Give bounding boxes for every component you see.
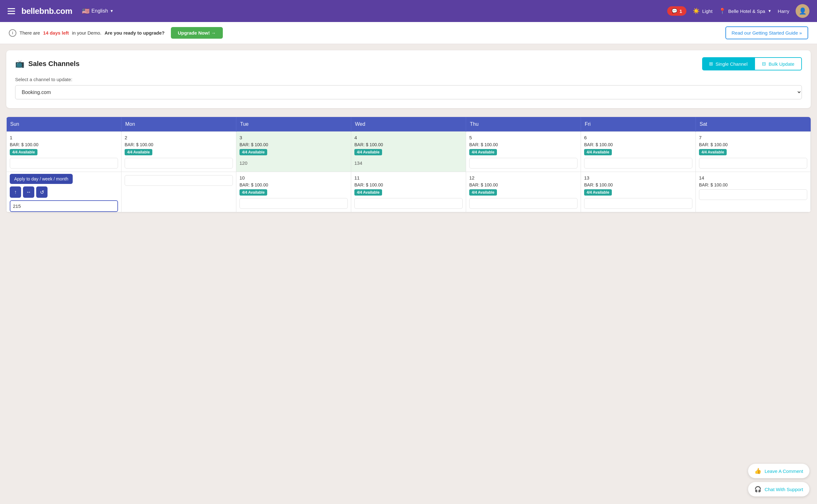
cal-cell-10: 10 BAR: $ 100.00 4/4 Available — [236, 172, 351, 212]
language-label: English — [92, 8, 108, 14]
support-label: Chat With Support — [764, 487, 803, 492]
cell-date: 13 — [584, 175, 692, 180]
cal-header-fri: Fri — [581, 117, 696, 132]
bar-price: BAR: $ 100.00 — [240, 182, 348, 187]
bar-price: BAR: $ 100.00 — [10, 142, 118, 147]
cell-date: 2 — [125, 135, 233, 140]
cal-header-sat: Sat — [696, 117, 811, 132]
cell-date: 3 — [240, 135, 348, 140]
cal-cell-1: 1 BAR: $ 100.00 4/4 Available — [7, 132, 121, 172]
channel-select-label: Select a channel to update: — [15, 77, 802, 82]
availability-badge: 4/4 Available — [240, 149, 267, 155]
tv-icon: 📺 — [15, 59, 25, 68]
avatar[interactable]: 👤 — [796, 4, 809, 18]
cal-cell-2: 2 BAR: $ 100.00 4/4 Available — [121, 132, 236, 172]
rate-input[interactable] — [125, 158, 233, 169]
language-selector[interactable]: 🇺🇸 English ▼ — [82, 7, 114, 15]
cal-header-thu: Thu — [466, 117, 581, 132]
bar-price: BAR: $ 100.00 — [354, 182, 463, 187]
cell-date: 14 — [699, 175, 807, 180]
rate-input[interactable] — [584, 198, 692, 209]
availability-badge: 4/4 Available — [125, 149, 152, 155]
logo: bellebnb.com — [21, 6, 72, 16]
rate-input[interactable] — [584, 158, 692, 169]
calendar: Sun Mon Tue Wed Thu Fri Sat 1 BAR: $ 100… — [6, 117, 811, 212]
banner-text1: There are — [19, 30, 40, 36]
chevron-down-icon: ▼ — [768, 9, 771, 13]
banner-cta-text: Are you ready to upgrade? — [104, 30, 164, 36]
cal-cell-11: 11 BAR: $ 100.00 4/4 Available — [351, 172, 466, 212]
rate-input[interactable] — [240, 198, 348, 209]
availability-badge: 4/4 Available — [354, 149, 382, 155]
bar-price: BAR: $ 100.00 — [354, 142, 463, 147]
rate-input[interactable] — [10, 158, 118, 169]
availability-badge: 4/4 Available — [584, 149, 612, 155]
bar-price: BAR: $ 100.00 — [699, 182, 807, 187]
cal-header-sun: Sun — [7, 117, 121, 132]
cell-value: 134 — [354, 158, 463, 168]
tab-single-channel[interactable]: ⊞ Single Channel — [702, 57, 755, 70]
upgrade-button[interactable]: Upgrade Now! → — [171, 27, 223, 39]
cal-cell-5: 5 BAR: $ 100.00 4/4 Available — [466, 132, 581, 172]
chat-support-button[interactable]: 🎧 Chat With Support — [748, 482, 809, 496]
cal-cell-12: 12 BAR: $ 100.00 4/4 Available — [466, 172, 581, 212]
hotel-selector[interactable]: 📍 Belle Hotel & Spa ▼ — [719, 8, 771, 14]
hotel-name: Belle Hotel & Spa — [728, 8, 765, 14]
cal-cell-tooltip: Apply to day / week / month ↑ ↔ ↺ — [7, 172, 121, 212]
calendar-header-row: Sun Mon Tue Wed Thu Fri Sat — [7, 117, 811, 132]
active-rate-input[interactable] — [10, 200, 118, 212]
sales-channels-header: 📺 Sales Channels ⊞ Single Channel ⊟ Bulk… — [15, 57, 802, 70]
upgrade-banner: i There are 14 days left in your Demo. A… — [0, 22, 817, 44]
tab-bulk-label: Bulk Update — [769, 61, 794, 67]
menu-toggle[interactable] — [8, 8, 15, 14]
comment-label: Leave A Comment — [764, 468, 803, 474]
rate-input[interactable] — [125, 175, 233, 186]
comment-icon: 👍 — [754, 468, 761, 474]
theme-toggle[interactable]: ☀️ Light — [693, 8, 713, 14]
rate-input[interactable] — [469, 198, 577, 209]
cal-header-wed: Wed — [351, 117, 466, 132]
cell-value: 120 — [240, 158, 348, 168]
tab-bulk-update[interactable]: ⊟ Bulk Update — [754, 57, 802, 70]
cal-cell-3: 3 BAR: $ 100.00 4/4 Available 120 — [236, 132, 351, 172]
leave-comment-button[interactable]: 👍 Leave A Comment — [748, 464, 809, 478]
sales-channels-title: 📺 Sales Channels — [15, 59, 80, 68]
calendar-row-1: 1 BAR: $ 100.00 4/4 Available 2 BAR: $ 1… — [7, 132, 811, 172]
bar-price: BAR: $ 100.00 — [584, 182, 692, 187]
cal-cell-9 — [121, 172, 236, 212]
banner-text2: in your Demo. — [72, 30, 101, 36]
apply-across-button[interactable]: ↔ — [23, 186, 34, 198]
calendar-row-2: Apply to day / week / month ↑ ↔ ↺ 10 BAR… — [7, 172, 811, 212]
tab-single-label: Single Channel — [716, 61, 748, 67]
apply-down-button[interactable]: ↑ — [10, 186, 21, 198]
tooltip-actions: ↑ ↔ ↺ — [10, 186, 118, 198]
tab-group: ⊞ Single Channel ⊟ Bulk Update — [702, 57, 802, 70]
availability-badge: 4/4 Available — [699, 149, 727, 155]
notif-count: 1 — [680, 8, 682, 14]
channel-dropdown[interactable]: Booking.com Airbnb Expedia — [15, 85, 802, 99]
cal-cell-14: 14 BAR: $ 100.00 — [696, 172, 811, 212]
chevron-down-icon: ▼ — [110, 9, 114, 13]
cell-date: 11 — [354, 175, 463, 180]
availability-badge: 4/4 Available — [10, 149, 37, 155]
apply-refresh-button[interactable]: ↺ — [36, 186, 47, 198]
rate-input[interactable] — [354, 198, 463, 209]
bar-price: BAR: $ 100.00 — [469, 182, 577, 187]
availability-badge: 4/4 Available — [469, 149, 497, 155]
cell-date: 6 — [584, 135, 692, 140]
bar-price: BAR: $ 100.00 — [240, 142, 348, 147]
days-left: 14 days left — [43, 30, 69, 36]
cell-date: 12 — [469, 175, 577, 180]
cell-date: 10 — [240, 175, 348, 180]
rate-input[interactable] — [699, 189, 807, 200]
bar-price: BAR: $ 100.00 — [699, 142, 807, 147]
main-content: 📺 Sales Channels ⊞ Single Channel ⊟ Bulk… — [0, 44, 817, 219]
cal-header-mon: Mon — [121, 117, 236, 132]
rate-input[interactable] — [469, 158, 577, 169]
getting-started-guide-button[interactable]: Read our Getting Started Guide » — [725, 26, 808, 39]
notifications-button[interactable]: 💬 1 — [667, 6, 686, 16]
rate-input[interactable] — [699, 158, 807, 169]
main-header: bellebnb.com 🇺🇸 English ▼ 💬 1 ☀️ Light 📍… — [0, 0, 817, 22]
availability-badge: 4/4 Available — [584, 189, 612, 196]
apply-tooltip: Apply to day / week / month — [10, 174, 73, 184]
